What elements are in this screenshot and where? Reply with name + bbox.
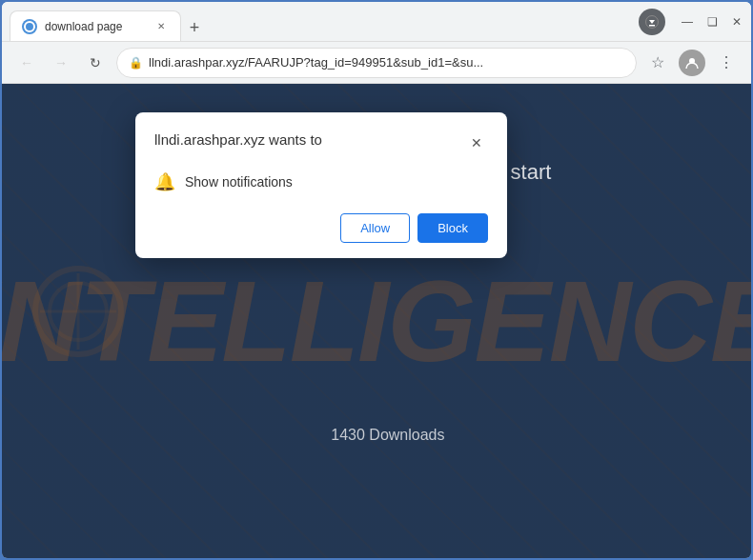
permission-dialog: llndi.arashpar.xyz wants to ✕ 🔔 Show not… (135, 112, 507, 258)
forward-button[interactable]: → (48, 50, 74, 76)
allow-button[interactable]: Allow (340, 213, 410, 243)
downloads-count: 1430 Downloads (331, 427, 444, 444)
maximize-button[interactable]: ❑ (705, 15, 719, 29)
address-bar: ← → ↻ 🔒 llndi.arashpar.xyz/FAARUJP?tag_i… (2, 42, 751, 84)
tab-title: download page (45, 20, 146, 33)
lock-icon: 🔒 (129, 56, 143, 70)
dialog-title: llndi.arashpar.xyz wants to (154, 131, 322, 148)
background-logo (31, 264, 126, 359)
browser-window: download page ✕ + — ❑ ✕ ← → ↻ 🔒 llndi.ar… (0, 0, 753, 560)
dialog-close-button[interactable]: ✕ (465, 131, 488, 154)
new-tab-button[interactable]: + (181, 14, 208, 41)
svg-rect-2 (649, 25, 655, 27)
title-bar: download page ✕ + — ❑ ✕ (2, 2, 751, 42)
close-button[interactable]: ✕ (730, 15, 743, 29)
tab-close-button[interactable]: ✕ (153, 19, 169, 34)
address-text: llndi.arashpar.xyz/FAARUJP?tag_id=949951… (149, 55, 624, 70)
minimize-button[interactable]: — (681, 15, 694, 29)
notification-label: Show notifications (185, 174, 293, 190)
address-input-wrap[interactable]: 🔒 llndi.arashpar.xyz/FAARUJP?tag_id=9499… (116, 48, 637, 78)
dialog-header: llndi.arashpar.xyz wants to ✕ (154, 131, 488, 154)
dialog-buttons: Allow Block (154, 213, 488, 243)
profile-button[interactable] (679, 50, 705, 76)
bell-icon: 🔔 (154, 171, 175, 192)
webpage-content: INTELLIGENCE Your download is about to s… (2, 84, 751, 558)
download-toolbar-button[interactable] (639, 9, 665, 35)
browser-tab[interactable]: download page ✕ (10, 10, 181, 41)
tab-area: download page ✕ + (10, 2, 635, 41)
dialog-notification-row: 🔔 Show notifications (154, 168, 488, 196)
block-button[interactable]: Block (417, 213, 488, 243)
bookmark-button[interactable]: ☆ (644, 50, 671, 76)
menu-button[interactable]: ⋮ (713, 50, 740, 76)
window-controls: — ❑ ✕ (673, 15, 743, 29)
back-button[interactable]: ← (13, 50, 40, 76)
tab-favicon (22, 19, 37, 34)
reload-button[interactable]: ↻ (82, 50, 109, 76)
